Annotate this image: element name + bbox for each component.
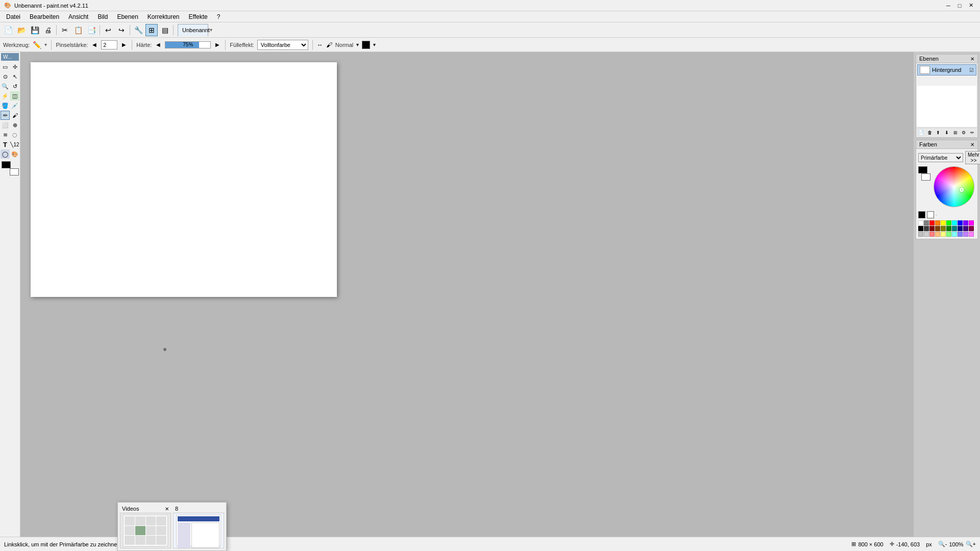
palette-color-swatch[interactable] [958,226,963,231]
palette-color-swatch[interactable] [941,220,946,226]
hardness-up-icon[interactable]: ▶ [214,42,221,47]
tool-dropdown-arrow[interactable]: ▾ [44,42,47,47]
brush-size-down-icon[interactable]: ◀ [91,42,98,47]
undo-button[interactable]: ↩ [102,24,114,36]
palette-color-swatch[interactable] [924,220,929,226]
redo-button[interactable]: ↪ [115,24,128,36]
close-button[interactable]: ✕ [966,2,976,10]
menu-ebenen[interactable]: Ebenen [113,12,142,22]
save-file-button[interactable]: 💾 [29,24,41,36]
zoom-tool[interactable]: 🔍 [1,82,10,91]
color-wheel-cursor[interactable] [960,188,964,192]
palette-color-swatch[interactable] [963,226,968,231]
menu-datei[interactable]: Datei [2,12,24,22]
palette-color-swatch[interactable] [935,220,940,226]
palette-color-swatch[interactable] [963,220,968,226]
palette-color-swatch[interactable] [952,232,957,237]
palette-color-swatch[interactable] [969,232,974,237]
palette-color-swatch[interactable] [918,220,923,226]
eraser-tool[interactable]: ⬜ [1,120,10,130]
cut-button[interactable]: ✂ [59,24,71,36]
hardness-bar[interactable]: 75% [165,41,211,48]
layers-properties-btn[interactable]: ⚙ [960,129,968,136]
color-wheel[interactable] [934,166,974,207]
palette-color-swatch[interactable] [929,232,935,237]
move-tool[interactable]: ✢ [10,62,19,71]
clone-stamp-tool[interactable]: ⊕ [10,120,19,130]
thumbnail-2[interactable] [173,513,224,548]
grid-button[interactable]: ⊞ [145,24,158,36]
thumb-close-1[interactable]: ✕ [165,506,169,512]
palette-color-swatch[interactable] [924,232,929,237]
palette-color-swatch[interactable] [941,232,946,237]
maximize-button[interactable]: □ [954,2,965,10]
open-file-button[interactable]: 📂 [15,24,28,36]
layers-merge-btn[interactable]: ⊞ [951,129,960,136]
rectangle-select-tool[interactable]: ▭ [1,62,10,71]
title-bar-controls[interactable]: ─ □ ✕ [943,2,976,10]
layers-delete-btn[interactable]: 🗑 [926,129,934,136]
secondary-color-swatch[interactable] [10,168,19,176]
palette-color-swatch[interactable] [969,220,974,226]
menu-ansicht[interactable]: Ansicht [64,12,92,22]
palette-color-swatch[interactable] [929,226,935,231]
blur-tool[interactable]: ◌ [10,130,19,139]
tab-dropdown-arrow[interactable]: ▾ [208,27,214,33]
layers-down-btn[interactable]: ⬇ [943,129,951,136]
palette-color-swatch[interactable] [958,232,963,237]
transparent-indicator[interactable]: · [936,212,937,218]
text-tool[interactable]: T [1,140,10,149]
layer-item-background[interactable]: Hintergrund ☑ [917,64,976,76]
palette-color-swatch[interactable] [958,220,963,226]
palette-color-swatch[interactable] [969,226,974,231]
document-tab[interactable]: Unbenannt [178,24,208,36]
magic-wand-tool[interactable]: ⚡ [1,91,10,101]
new-file-button[interactable]: 📄 [2,24,14,36]
rotate-tool[interactable]: ↺ [10,82,19,91]
canvas-container[interactable] [20,52,914,537]
gradient-tool[interactable]: ◫ [10,91,19,101]
brush-size-input[interactable] [101,40,117,49]
layers-edit-btn[interactable]: ✏ [968,129,976,136]
color-mode-select[interactable]: Primärfarbe Sekundärfarbe [918,153,963,162]
menu-bearbeiten[interactable]: Bearbeiten [26,12,63,22]
palette-color-swatch[interactable] [924,226,929,231]
palette-color-swatch[interactable] [935,232,940,237]
palette-color-swatch[interactable] [929,220,935,226]
colors-primary-swatch[interactable] [918,166,927,173]
palette-color-swatch[interactable] [946,232,951,237]
fill-effect-select[interactable]: Volltonfarbe Verlauf [257,40,308,50]
pencil-tool[interactable]: ✏ [1,111,10,120]
colors-secondary-swatch[interactable] [921,173,930,181]
primary-color-swatch[interactable] [2,161,11,168]
palette-color-swatch[interactable] [941,226,946,231]
more-colors-btn[interactable]: Mehr >> [965,151,980,164]
menu-help[interactable]: ? [213,12,225,22]
blend-mode-dropdown-icon[interactable]: ▾ [356,42,359,47]
main-canvas[interactable] [31,62,337,297]
settings-button[interactable]: 🔧 [132,24,144,36]
color-indicator[interactable]: 🎨 [10,149,19,159]
copy-button[interactable]: 📋 [72,24,84,36]
shapes-tool[interactable]: ◯ [1,149,10,159]
color-picker-tool[interactable]: 💉 [10,101,19,110]
menu-bild[interactable]: Bild [93,12,112,22]
brush-size-up-icon[interactable]: ▶ [120,42,128,47]
number-tool[interactable]: ╲12 [10,140,19,149]
move-select-tool[interactable]: ↖ [10,72,19,81]
layers-close-btn[interactable]: ✕ [970,56,974,62]
minimize-button[interactable]: ─ [943,2,953,10]
smudge-tool[interactable]: ≋ [1,130,10,139]
paintbrush-tool[interactable]: 🖌 [10,111,19,120]
view-button[interactable]: ▤ [159,24,171,36]
paint-bucket-tool[interactable]: 🪣 [1,101,10,110]
color-dropdown-icon[interactable]: ▾ [373,42,376,47]
palette-color-swatch[interactable] [952,220,957,226]
palette-color-swatch[interactable] [952,226,957,231]
paste-button[interactable]: 📑 [85,24,97,36]
zoom-out-btn[interactable]: 🔍- [938,541,947,547]
palette-color-swatch[interactable] [963,232,968,237]
palette-color-swatch[interactable] [946,226,951,231]
layers-up-btn[interactable]: ⬆ [934,129,942,136]
zoom-in-btn[interactable]: 🔍+ [966,541,976,547]
